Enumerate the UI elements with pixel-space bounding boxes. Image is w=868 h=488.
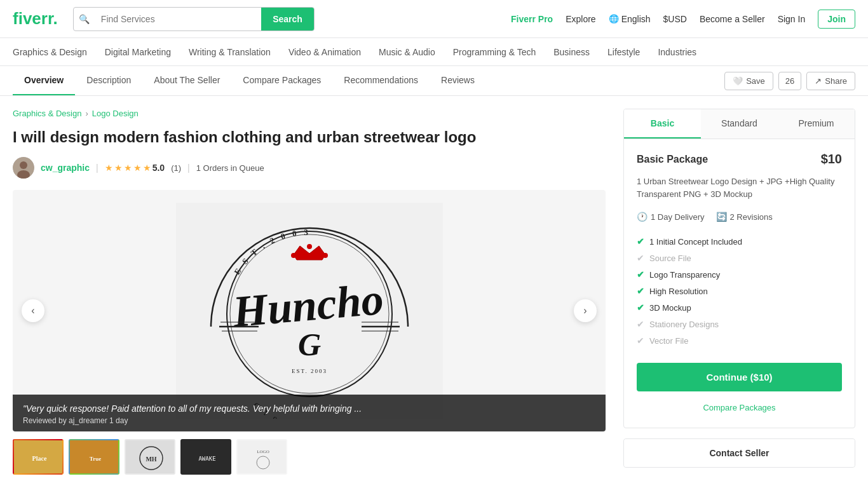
delivery-label: 1 Day Delivery	[651, 212, 705, 222]
contact-seller-button[interactable]: Contact Seller	[624, 439, 855, 467]
search-button[interactable]: Search	[261, 7, 314, 31]
nav-business[interactable]: Business	[553, 39, 590, 65]
svg-point-8	[291, 253, 296, 258]
tab-reviews[interactable]: Reviews	[430, 66, 486, 95]
feature-0-label: 1 Initial Concept Included	[649, 237, 742, 247]
logo[interactable]: fiverr.	[13, 9, 58, 29]
feature-6-label: Vector File	[649, 336, 688, 346]
feature-6: ✔ Vector File	[637, 332, 842, 349]
logo-text: fiverr	[13, 9, 53, 28]
share-button[interactable]: ↗ Share	[806, 72, 855, 90]
explore-link[interactable]: Explore	[566, 14, 595, 24]
nav-writing-translation[interactable]: Writing & Translation	[189, 39, 271, 65]
package-price: $10	[821, 152, 842, 166]
sign-in-link[interactable]: Sign In	[778, 14, 806, 24]
pkg-tab-basic[interactable]: Basic	[624, 109, 701, 139]
tab-compare-packages[interactable]: Compare Packages	[231, 66, 332, 95]
star-1: ★	[105, 163, 113, 173]
language-selector[interactable]: 🌐 English	[609, 14, 651, 24]
save-count: 26	[778, 72, 801, 90]
star-2: ★	[114, 163, 123, 173]
star-rating: ★ ★ ★ ★ ★ 5.0	[105, 163, 165, 173]
join-button[interactable]: Join	[818, 10, 855, 29]
fiverr-pro-link[interactable]: Fiverr Pro	[511, 14, 553, 24]
nav-video-animation[interactable]: Video & Animation	[288, 39, 361, 65]
share-icon: ↗	[815, 76, 822, 86]
sub-nav-tabs: Overview Description About The Seller Co…	[13, 66, 724, 95]
svg-point-1	[20, 161, 27, 169]
feature-5-check: ✔	[637, 319, 644, 329]
nav-graphics-design[interactable]: Graphics & Design	[13, 39, 87, 65]
feature-5: ✔ Stationery Designs	[637, 316, 842, 332]
nav-programming-tech[interactable]: Programming & Tech	[453, 39, 536, 65]
header-right: Fiverr Pro Explore 🌐 English $USD Become…	[511, 10, 855, 29]
svg-text:EST. 2003: EST. 2003	[292, 368, 327, 374]
star-4: ★	[133, 163, 142, 173]
save-button[interactable]: 🤍 Save	[724, 72, 773, 90]
svg-rect-30	[238, 440, 287, 475]
feature-2-label: Logo Transparency	[649, 270, 720, 280]
breadcrumb-child[interactable]: Logo Design	[92, 109, 139, 118]
feature-4-check: ✔	[637, 302, 644, 313]
globe-icon: 🌐	[609, 14, 619, 24]
thumbnail-4[interactable]: AWAKE	[180, 439, 231, 475]
header: fiverr. 🔍 Search Fiverr Pro Explore 🌐 En…	[0, 0, 868, 38]
become-seller-link[interactable]: Become a Seller	[700, 14, 765, 24]
feature-3-label: High Resolution	[649, 287, 708, 296]
refresh-icon: 🔄	[716, 212, 727, 222]
pkg-tab-premium[interactable]: Premium	[778, 109, 855, 139]
svg-point-9	[307, 244, 312, 249]
nav-digital-marketing[interactable]: Digital Marketing	[105, 39, 171, 65]
breadcrumb: Graphics & Design › Logo Design	[13, 109, 606, 118]
thumbnail-2[interactable]: True	[69, 439, 119, 475]
main-content: Graphics & Design › Logo Design I will d…	[0, 96, 868, 475]
search-bar: 🔍 Search	[73, 7, 315, 31]
feature-0: ✔ 1 Initial Concept Included	[637, 233, 842, 250]
svg-text:G: G	[297, 327, 320, 362]
save-label: Save	[746, 76, 765, 86]
continue-button[interactable]: Continue ($10)	[637, 363, 842, 391]
clock-icon: 🕐	[637, 212, 648, 222]
image-caption: "Very quick response! Paid attention to …	[13, 395, 606, 431]
nav-music-audio[interactable]: Music & Audio	[379, 39, 435, 65]
feature-4: ✔ 3D Mockup	[637, 299, 842, 316]
thumbnail-5[interactable]: LOGO	[236, 439, 287, 475]
nav-lifestyle[interactable]: Lifestyle	[607, 39, 640, 65]
orders-queue: 1 Orders in Queue	[196, 163, 264, 173]
tab-overview[interactable]: Overview	[13, 66, 75, 95]
feature-3-check: ✔	[637, 286, 644, 296]
image-container: E S T . 2 0 0 3 Huncho G	[13, 190, 606, 431]
package-features: ✔ 1 Initial Concept Included ✔ Source Fi…	[637, 233, 842, 349]
logo-svg: E S T . 2 0 0 3 Huncho G	[176, 203, 443, 419]
tab-recommendations[interactable]: Recommendations	[332, 66, 430, 95]
caption-quote: "Very quick response! Paid attention to …	[23, 403, 595, 414]
sub-nav: Overview Description About The Seller Co…	[0, 66, 868, 96]
carousel-next-button[interactable]: ›	[574, 299, 597, 322]
svg-text:MH: MH	[146, 456, 156, 463]
heart-icon: 🤍	[733, 76, 743, 86]
breadcrumb-parent[interactable]: Graphics & Design	[13, 109, 81, 118]
thumbnails: Place True MH AWAKE LOGO	[13, 439, 606, 475]
tab-about-seller[interactable]: About The Seller	[142, 66, 231, 95]
revisions-info: 🔄 2 Revisions	[716, 212, 773, 222]
gig-title: I will design modern fashion clothing an…	[13, 127, 606, 147]
carousel-prev-button[interactable]: ‹	[22, 299, 44, 322]
tab-description[interactable]: Description	[75, 66, 142, 95]
nav-industries[interactable]: Industries	[658, 39, 696, 65]
currency-selector[interactable]: $USD	[663, 14, 687, 24]
left-column: Graphics & Design › Logo Design I will d…	[13, 109, 606, 475]
feature-1-label: Source File	[649, 254, 691, 263]
package-content: Basic Package $10 1 Urban Streetwear Log…	[624, 139, 855, 428]
package-box: Basic Standard Premium Basic Package $10…	[623, 109, 855, 428]
thumbnail-1[interactable]: Place	[13, 439, 64, 475]
caption-reviewer: Reviewed by aj_dreamer 1 day	[23, 416, 595, 425]
pkg-tab-standard[interactable]: Standard	[701, 109, 778, 139]
search-input[interactable]	[95, 14, 261, 24]
thumbnail-3[interactable]: MH	[125, 439, 175, 475]
breadcrumb-separator: ›	[85, 109, 88, 118]
compare-packages-link[interactable]: Compare Packages	[637, 400, 842, 415]
seller-name[interactable]: cw_graphic	[41, 163, 90, 173]
svg-text:AWAKE: AWAKE	[198, 456, 215, 462]
feature-4-label: 3D Mockup	[649, 303, 691, 313]
feature-3: ✔ High Resolution	[637, 283, 842, 299]
